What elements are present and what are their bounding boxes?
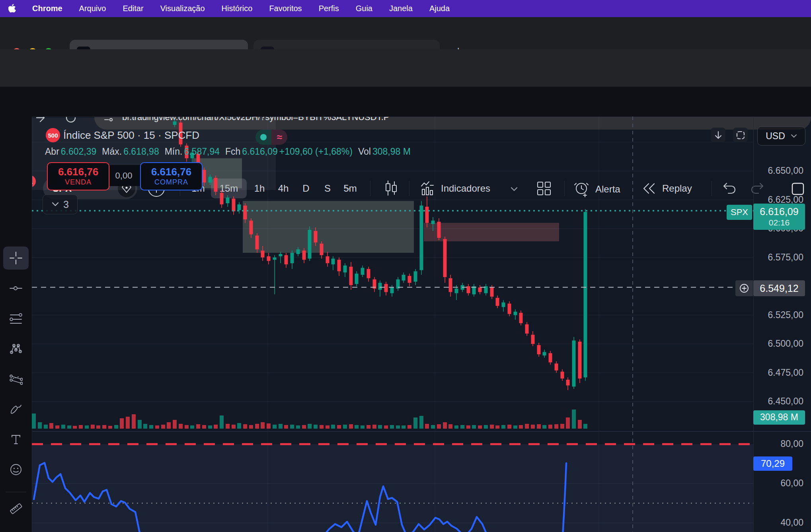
emoji-icon[interactable] [3,458,29,481]
candle [267,256,271,261]
candle [320,244,324,255]
volume-bar [484,425,488,429]
volume-bar [343,425,347,429]
legend-ohlc-row: Abr6.602,39Máx.6.618,98Mín.6.587,94Fch6.… [45,146,411,157]
volume-bar [290,425,294,429]
volume-bar [96,425,100,429]
axis-tick-label: 6.525,00 [753,310,809,321]
volume-bar [349,424,353,429]
ohlc-value: 6.602,39 [61,146,97,157]
maximize-pane-icon[interactable] [733,128,748,142]
crosshair-icon[interactable] [3,247,29,270]
candle [420,206,423,270]
candle [537,345,541,354]
volume-bar [314,425,318,429]
axis-tick-label: 6.475,00 [753,367,809,379]
scroll-to-recent-icon[interactable] [711,128,725,142]
volume-bar [407,425,411,429]
volume-bar [196,424,200,429]
menu-item-perfis[interactable]: Perfis [310,4,347,13]
volume-bar [337,425,341,429]
volume-bar [108,426,112,429]
currency-dropdown[interactable]: USD [757,126,805,146]
menu-item-histórico[interactable]: Histórico [213,4,261,13]
volume-bar [44,425,48,429]
candle [449,278,452,292]
candle [209,177,212,183]
last-price-symbol-chip: SPX [727,205,752,220]
zone-supply-red [424,223,559,241]
volume-bar [495,425,499,429]
candle [402,275,406,281]
brush-icon[interactable] [3,398,29,421]
volume-bar [284,425,288,429]
text-icon[interactable] [3,428,29,451]
spread-value: 0,00 [115,171,133,181]
volume-bar [120,418,124,429]
volume-bar [402,425,406,429]
last-price-tag: 6.616,09 02:16 [753,204,805,230]
candle [296,249,300,254]
menu-item-janela[interactable]: Janela [381,4,421,13]
legend-status-pills[interactable]: ≈ [255,130,287,145]
volume-bar [61,425,65,429]
object-tree-button[interactable]: 3 [43,194,78,214]
candle [572,340,576,386]
zoom-in-icon[interactable] [3,527,29,532]
menu-item-visualização[interactable]: Visualização [152,4,213,13]
candle [578,342,582,379]
menu-item-arquivo[interactable]: Arquivo [71,4,115,13]
axis-tick-label: 80,00 [753,439,809,450]
volume-bar [91,425,95,429]
xabcd-pattern-icon[interactable] [3,337,29,360]
volume-bar [472,425,476,429]
fib-retracement-icon[interactable] [3,307,29,330]
candle [285,255,288,264]
sell-button[interactable]: 6.616,76 VENDA [47,162,109,190]
volume-bar [443,422,447,429]
ruler-icon[interactable] [3,497,29,520]
legend-title: Índice S&P 500 · 15 · SPCFD [63,129,199,142]
volume-bar [208,425,212,429]
chart-legend[interactable]: 500 Índice S&P 500 · 15 · SPCFD [46,128,199,142]
volume-bar [32,414,36,429]
volume-bar [454,425,458,429]
pane-separator[interactable] [32,431,811,432]
candle [384,284,388,292]
volume-bar [267,423,271,429]
volume-bar [355,425,359,429]
candle [343,266,347,272]
candle [261,250,265,257]
volume-bar [249,425,253,429]
volume-bar [126,417,130,429]
candle [273,258,277,260]
volume-bar [114,425,118,429]
candle [425,207,429,223]
apple-logo[interactable] [0,4,24,13]
projection-icon[interactable] [3,367,29,390]
volume-bar [226,424,230,429]
add-alert-plus-icon[interactable] [735,280,753,296]
volume-bar [273,425,277,429]
volume-bar [519,425,523,429]
menu-item-editar[interactable]: Editar [114,4,152,13]
candle [203,170,206,183]
object-tree-count: 3 [63,199,69,210]
candle [514,312,517,315]
candle [220,193,224,204]
volume-bar [73,426,77,429]
menu-item-ajuda[interactable]: Ajuda [421,4,458,13]
buy-button[interactable]: 6.616,76 COMPRA [140,162,203,190]
volume-bar [161,425,165,429]
zone-demand-green-large [243,201,414,253]
menu-item-guia[interactable]: Guia [347,4,381,13]
candle [549,353,552,362]
candle [525,324,529,334]
volume-bar [302,425,306,429]
menu-item-chrome[interactable]: Chrome [24,4,71,13]
currency-value: USD [766,131,785,142]
volume-bar [448,424,452,429]
change-value: +109,60 (+1,68%) [279,146,353,157]
trendline-icon[interactable] [3,277,29,300]
menu-item-favoritos[interactable]: Favoritos [261,4,310,13]
